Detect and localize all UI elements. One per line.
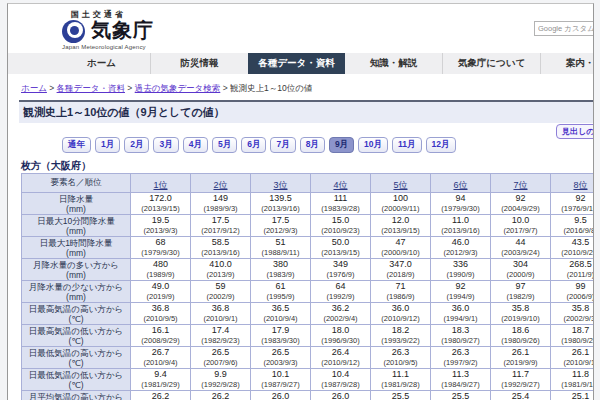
record-date: (2013/9/16): [191, 248, 250, 258]
record-date: (2008/9/29): [131, 336, 190, 346]
record-date: (2013/9/16): [431, 226, 490, 236]
rank-header-8[interactable]: 8位: [551, 174, 595, 193]
breadcrumb-separator: >: [125, 83, 135, 93]
rank-header-1[interactable]: 1位: [131, 174, 191, 193]
record-value: 11.8: [551, 369, 594, 380]
month-tab-12[interactable]: 12月: [426, 137, 456, 153]
record-value: 26.1: [491, 347, 550, 358]
record-cell: 43.5(2010/9/23): [551, 237, 595, 259]
record-value: 36.2: [311, 303, 370, 314]
station-name: 枚方（大阪府）: [21, 159, 91, 173]
rank-header-5[interactable]: 5位: [371, 174, 431, 193]
record-value: 17.9: [251, 325, 310, 336]
record-value: 26.0: [311, 391, 370, 400]
nav-item-5[interactable]: 案内・申請: [540, 53, 594, 74]
record-date: (2010/9/1): [551, 358, 594, 368]
record-cell: 10.1(1987/9/27): [251, 369, 311, 391]
nav-item-3[interactable]: 知識・解説: [345, 53, 442, 74]
record-date: (2013/9/16): [251, 204, 310, 214]
record-value: 50.0: [311, 237, 370, 248]
element-unit: (mm): [22, 204, 130, 214]
record-value: 59: [191, 281, 250, 292]
record-date: (1976/9): [311, 270, 370, 280]
element-unit: (℃): [22, 314, 130, 324]
nav-item-4[interactable]: 気象庁について: [442, 53, 540, 74]
record-value: 26.3: [431, 347, 490, 358]
element-unit: (mm): [22, 292, 130, 302]
rank-header-label: 4位: [333, 180, 347, 190]
record-date: (2003/9/3): [251, 358, 310, 368]
rank-header-4[interactable]: 4位: [311, 174, 371, 193]
record-date: (1987/9/28): [311, 380, 370, 390]
element-name: 日最大10分間降水量: [22, 216, 130, 226]
jma-logo-icon[interactable]: [62, 20, 85, 43]
record-date: (1980/9/26): [491, 336, 550, 346]
nav-item-2[interactable]: 各種データ・資料: [248, 53, 345, 74]
record-value: 71: [371, 281, 430, 292]
record-value: 15.0: [311, 215, 370, 226]
record-value: 11.1: [371, 369, 430, 380]
record-cell: 18.3(1980/9/27): [431, 325, 491, 347]
record-value: 11.0: [431, 215, 490, 226]
agency-title-en: Japan Meteorological Agency: [62, 44, 146, 50]
record-value: 94: [431, 193, 490, 204]
record-cell: 100(2000/9/11): [371, 193, 431, 215]
month-tab-7[interactable]: 7月: [270, 137, 295, 153]
table-row: 月平均気温の高い方から(℃)26.2(2007/9)26.2(1999/9)26…: [22, 391, 595, 400]
record-cell: 26.2(1999/9): [191, 391, 251, 400]
record-cell: 11.1(1981/9/28): [371, 369, 431, 391]
record-date: (2019/9/9): [491, 358, 550, 368]
record-cell: 172.0(2013/9/15): [131, 193, 191, 215]
pin-headers-button[interactable]: 見出しの固定: [556, 124, 594, 139]
record-cell: 9.9(1992/9/28): [191, 369, 251, 391]
month-tab-3[interactable]: 3月: [153, 137, 178, 153]
record-value: 92: [431, 281, 490, 292]
record-value: 92: [551, 193, 594, 204]
record-date: (1989/9): [131, 270, 190, 280]
record-date: (1993/9/22): [371, 336, 430, 346]
rank-header-6[interactable]: 6位: [431, 174, 491, 193]
table-row: 月降水量の多い方から(mm)480(1989/9)410.0(2013/9)38…: [22, 259, 595, 281]
breadcrumb-link-1[interactable]: 各種データ・資料: [57, 83, 125, 93]
nav-item-1[interactable]: 防災情報: [150, 53, 248, 74]
month-tab-9[interactable]: 9月: [329, 137, 354, 153]
month-tab-4[interactable]: 4月: [183, 137, 208, 153]
month-tab-10[interactable]: 10月: [358, 137, 388, 153]
month-tab-5[interactable]: 5月: [212, 137, 237, 153]
record-value: 36.0: [371, 303, 430, 314]
rank-header-7[interactable]: 7位: [491, 174, 551, 193]
record-value: 99: [551, 281, 594, 292]
month-tab-6[interactable]: 6月: [241, 137, 266, 153]
record-cell: 35.8(2019/9/10): [491, 303, 551, 325]
nav-item-0[interactable]: ホーム: [53, 53, 150, 74]
record-value: 26.1: [551, 347, 594, 358]
record-cell: 11.8(1981/9/16): [551, 369, 595, 391]
record-cell: 17.9(1983/9/30): [251, 325, 311, 347]
record-date: (2010/9/1): [191, 314, 250, 324]
record-cell: 11.7(1992/9/27): [491, 369, 551, 391]
breadcrumb-link-0[interactable]: ホーム: [21, 83, 47, 93]
month-tab-2[interactable]: 2月: [124, 137, 149, 153]
record-cell: 10.4(1987/9/28): [311, 369, 371, 391]
rank-header-2[interactable]: 2位: [191, 174, 251, 193]
month-tab-0[interactable]: 通年: [62, 137, 91, 153]
google-search-input[interactable]: [534, 21, 594, 36]
month-tab-11[interactable]: 11月: [392, 137, 422, 153]
agency-title[interactable]: 気象庁: [91, 17, 154, 44]
table-row: 日最大1時間降水量(mm)68(1979/9/30)58.5(2013/9/16…: [22, 237, 595, 259]
record-value: 17.5: [251, 215, 310, 226]
record-date: (2007/9/6): [191, 358, 250, 368]
record-cell: 94(1979/9/30): [431, 193, 491, 215]
element-label: 月平均気温の高い方から(℃): [22, 391, 131, 400]
table-row: 日降水量(mm)172.0(2013/9/15)149(1989/9/3)139…: [22, 193, 595, 215]
table-row: 日最低気温の高い方から(℃)26.7(2010/9/4)26.5(2007/9/…: [22, 347, 595, 369]
records-table: 要素名／順位1位2位3位4位5位6位7位8位 日降水量(mm)172.0(201…: [21, 173, 594, 400]
table-row: 日最高気温の低い方から(℃)16.1(2008/9/29)17.4(1982/9…: [22, 325, 595, 347]
rank-header-3[interactable]: 3位: [251, 174, 311, 193]
record-date: (1983/9/28): [311, 204, 370, 214]
record-date: (1980/9/27): [431, 336, 490, 346]
breadcrumb-link-2[interactable]: 過去の気象データ検索: [135, 83, 221, 93]
month-tab-8[interactable]: 8月: [300, 137, 325, 153]
record-date: (1994/9): [431, 292, 490, 302]
month-tab-1[interactable]: 1月: [95, 137, 120, 153]
